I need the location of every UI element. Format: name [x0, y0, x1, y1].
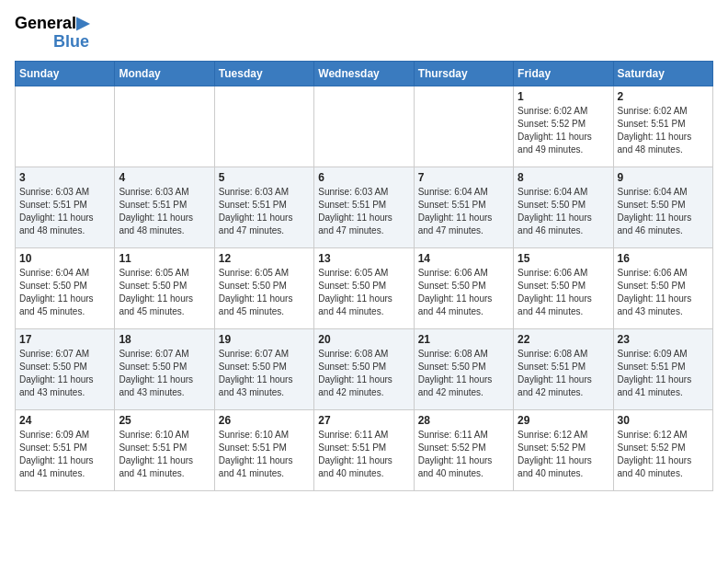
calendar-cell: 27Sunrise: 6:11 AM Sunset: 5:51 PM Dayli… [314, 409, 414, 490]
calendar-cell: 29Sunrise: 6:12 AM Sunset: 5:52 PM Dayli… [514, 409, 613, 490]
calendar-cell: 20Sunrise: 6:08 AM Sunset: 5:50 PM Dayli… [314, 328, 414, 409]
weekday-header: Thursday [414, 61, 513, 86]
day-info: Sunrise: 6:05 AM Sunset: 5:50 PM Dayligh… [318, 267, 409, 318]
calendar-cell: 19Sunrise: 6:07 AM Sunset: 5:50 PM Dayli… [214, 328, 313, 409]
day-info: Sunrise: 6:07 AM Sunset: 5:50 PM Dayligh… [119, 348, 210, 399]
day-info: Sunrise: 6:10 AM Sunset: 5:51 PM Dayligh… [119, 429, 210, 480]
day-number: 24 [19, 414, 110, 427]
day-info: Sunrise: 6:11 AM Sunset: 5:51 PM Dayligh… [318, 429, 409, 480]
day-info: Sunrise: 6:12 AM Sunset: 5:52 PM Dayligh… [518, 429, 609, 480]
day-number: 1 [518, 90, 609, 103]
calendar-cell: 3Sunrise: 6:03 AM Sunset: 5:51 PM Daylig… [16, 167, 115, 247]
day-info: Sunrise: 6:09 AM Sunset: 5:51 PM Dayligh… [19, 429, 110, 480]
day-number: 9 [618, 171, 709, 184]
day-info: Sunrise: 6:06 AM Sunset: 5:50 PM Dayligh… [518, 267, 609, 318]
calendar-cell: 6Sunrise: 6:03 AM Sunset: 5:51 PM Daylig… [314, 167, 414, 247]
calendar-week-row: 10Sunrise: 6:04 AM Sunset: 5:50 PM Dayli… [16, 247, 713, 328]
day-info: Sunrise: 6:03 AM Sunset: 5:51 PM Dayligh… [219, 186, 310, 237]
calendar-cell: 23Sunrise: 6:09 AM Sunset: 5:51 PM Dayli… [613, 328, 712, 409]
weekday-header: Monday [115, 61, 214, 86]
day-info: Sunrise: 6:03 AM Sunset: 5:51 PM Dayligh… [19, 186, 110, 237]
calendar-cell: 15Sunrise: 6:06 AM Sunset: 5:50 PM Dayli… [514, 247, 613, 328]
day-number: 22 [518, 333, 609, 346]
calendar-week-row: 17Sunrise: 6:07 AM Sunset: 5:50 PM Dayli… [16, 328, 713, 409]
day-number: 23 [618, 333, 709, 346]
calendar-cell [115, 86, 214, 167]
day-number: 16 [618, 252, 709, 265]
day-info: Sunrise: 6:06 AM Sunset: 5:50 PM Dayligh… [418, 267, 509, 318]
day-info: Sunrise: 6:03 AM Sunset: 5:51 PM Dayligh… [318, 186, 409, 237]
logo: General▶ Blue [15, 15, 89, 52]
day-info: Sunrise: 6:07 AM Sunset: 5:50 PM Dayligh… [19, 348, 110, 399]
calendar-cell: 30Sunrise: 6:12 AM Sunset: 5:52 PM Dayli… [613, 409, 712, 490]
day-info: Sunrise: 6:04 AM Sunset: 5:50 PM Dayligh… [518, 186, 609, 237]
day-number: 3 [19, 171, 110, 184]
day-number: 29 [518, 414, 609, 427]
day-info: Sunrise: 6:12 AM Sunset: 5:52 PM Dayligh… [618, 429, 709, 480]
calendar-cell [414, 86, 513, 167]
day-info: Sunrise: 6:04 AM Sunset: 5:50 PM Dayligh… [618, 186, 709, 237]
calendar-cell: 13Sunrise: 6:05 AM Sunset: 5:50 PM Dayli… [314, 247, 414, 328]
calendar-cell: 14Sunrise: 6:06 AM Sunset: 5:50 PM Dayli… [414, 247, 513, 328]
day-info: Sunrise: 6:04 AM Sunset: 5:50 PM Dayligh… [19, 267, 110, 318]
day-info: Sunrise: 6:02 AM Sunset: 5:51 PM Dayligh… [618, 105, 709, 156]
calendar-cell: 26Sunrise: 6:10 AM Sunset: 5:51 PM Dayli… [214, 409, 313, 490]
calendar-cell: 22Sunrise: 6:08 AM Sunset: 5:51 PM Dayli… [514, 328, 613, 409]
weekday-header: Sunday [16, 61, 115, 86]
day-number: 25 [119, 414, 210, 427]
day-number: 17 [19, 333, 110, 346]
day-number: 21 [418, 333, 509, 346]
day-number: 14 [418, 252, 509, 265]
calendar-cell: 16Sunrise: 6:06 AM Sunset: 5:50 PM Dayli… [613, 247, 712, 328]
calendar-cell: 4Sunrise: 6:03 AM Sunset: 5:51 PM Daylig… [115, 167, 214, 247]
day-number: 2 [618, 90, 709, 103]
calendar-cell: 17Sunrise: 6:07 AM Sunset: 5:50 PM Dayli… [16, 328, 115, 409]
calendar-cell: 12Sunrise: 6:05 AM Sunset: 5:50 PM Dayli… [214, 247, 313, 328]
day-number: 26 [219, 414, 310, 427]
day-info: Sunrise: 6:08 AM Sunset: 5:50 PM Dayligh… [318, 348, 409, 399]
day-info: Sunrise: 6:02 AM Sunset: 5:52 PM Dayligh… [518, 105, 609, 156]
calendar-cell: 10Sunrise: 6:04 AM Sunset: 5:50 PM Dayli… [16, 247, 115, 328]
day-info: Sunrise: 6:09 AM Sunset: 5:51 PM Dayligh… [618, 348, 709, 399]
day-info: Sunrise: 6:05 AM Sunset: 5:50 PM Dayligh… [119, 267, 210, 318]
calendar-cell: 18Sunrise: 6:07 AM Sunset: 5:50 PM Dayli… [115, 328, 214, 409]
calendar-cell: 25Sunrise: 6:10 AM Sunset: 5:51 PM Dayli… [115, 409, 214, 490]
day-info: Sunrise: 6:10 AM Sunset: 5:51 PM Dayligh… [219, 429, 310, 480]
weekday-header: Wednesday [314, 61, 414, 86]
day-number: 15 [518, 252, 609, 265]
page-header: General▶ Blue [15, 15, 713, 52]
day-number: 30 [618, 414, 709, 427]
day-info: Sunrise: 6:04 AM Sunset: 5:51 PM Dayligh… [418, 186, 509, 237]
day-number: 20 [318, 333, 409, 346]
calendar-cell: 9Sunrise: 6:04 AM Sunset: 5:50 PM Daylig… [613, 167, 712, 247]
calendar-table: SundayMondayTuesdayWednesdayThursdayFrid… [15, 61, 713, 491]
calendar-cell [314, 86, 414, 167]
weekday-header: Tuesday [214, 61, 313, 86]
calendar-cell: 5Sunrise: 6:03 AM Sunset: 5:51 PM Daylig… [214, 167, 313, 247]
day-info: Sunrise: 6:06 AM Sunset: 5:50 PM Dayligh… [618, 267, 709, 318]
weekday-header: Saturday [613, 61, 712, 86]
day-info: Sunrise: 6:03 AM Sunset: 5:51 PM Dayligh… [119, 186, 210, 237]
day-info: Sunrise: 6:11 AM Sunset: 5:52 PM Dayligh… [418, 429, 509, 480]
day-number: 10 [19, 252, 110, 265]
calendar-week-row: 1Sunrise: 6:02 AM Sunset: 5:52 PM Daylig… [16, 86, 713, 167]
day-info: Sunrise: 6:07 AM Sunset: 5:50 PM Dayligh… [219, 348, 310, 399]
day-number: 8 [518, 171, 609, 184]
day-number: 12 [219, 252, 310, 265]
day-number: 27 [318, 414, 409, 427]
calendar-week-row: 3Sunrise: 6:03 AM Sunset: 5:51 PM Daylig… [16, 167, 713, 247]
day-info: Sunrise: 6:08 AM Sunset: 5:51 PM Dayligh… [518, 348, 609, 399]
calendar-cell: 28Sunrise: 6:11 AM Sunset: 5:52 PM Dayli… [414, 409, 513, 490]
day-number: 7 [418, 171, 509, 184]
calendar-cell: 21Sunrise: 6:08 AM Sunset: 5:50 PM Dayli… [414, 328, 513, 409]
calendar-cell: 11Sunrise: 6:05 AM Sunset: 5:50 PM Dayli… [115, 247, 214, 328]
calendar-cell: 2Sunrise: 6:02 AM Sunset: 5:51 PM Daylig… [613, 86, 712, 167]
weekday-header: Friday [514, 61, 613, 86]
calendar-cell: 7Sunrise: 6:04 AM Sunset: 5:51 PM Daylig… [414, 167, 513, 247]
day-number: 5 [219, 171, 310, 184]
day-number: 13 [318, 252, 409, 265]
day-number: 18 [119, 333, 210, 346]
day-number: 19 [219, 333, 310, 346]
calendar-cell [16, 86, 115, 167]
day-number: 28 [418, 414, 509, 427]
